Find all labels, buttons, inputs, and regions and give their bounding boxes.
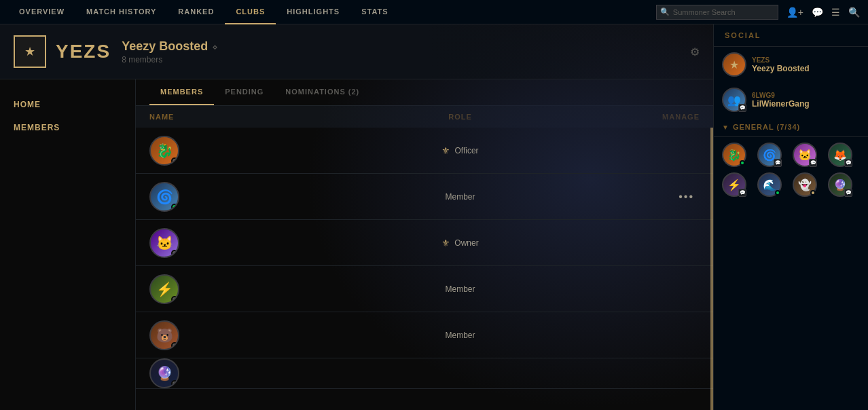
sidebar: HOME MEMBERS	[0, 79, 136, 410]
status-indicator	[171, 342, 178, 349]
left-panel: ★ YEZS Yeezy Boosted ⬦ 8 members ⚙ HOME …	[0, 24, 713, 410]
friend-item[interactable]: 👥 💬 6LWG9 LilWienerGang	[714, 82, 868, 117]
role-icon: ⚜	[441, 238, 450, 248]
table-row: 🐱 ⚜ Owner	[136, 220, 713, 266]
role-label: Member	[445, 331, 475, 340]
table-row: 🐉 ⚜ Officer	[136, 128, 713, 174]
nav-ranked[interactable]: RANKED	[167, 0, 225, 24]
member-avatar-wrap: 🌀	[149, 182, 357, 212]
member-avatar-wrap: ⚡	[149, 274, 357, 304]
nav-items: OVERVIEW MATCH HISTORY RANKED CLUBS HIGH…	[8, 0, 399, 24]
avatar-icon: 🐉	[156, 143, 173, 159]
friend-item[interactable]: ★ YEZS Yeezy Boosted	[714, 47, 868, 82]
channel-member-avatar[interactable]: 🦊 💬	[828, 143, 852, 167]
online-indicator	[740, 160, 745, 166]
col-manage: MANAGE	[564, 113, 700, 121]
manage-cell: •••	[564, 188, 700, 206]
sidebar-item-home[interactable]: HOME	[0, 93, 135, 116]
chat-indicator: 💬	[844, 189, 852, 197]
search-friends-icon[interactable]: 🔍	[848, 7, 860, 18]
member-role: Member	[357, 284, 564, 294]
chat-indicator: 💬	[738, 189, 746, 197]
role-label: Member	[445, 192, 475, 202]
friend-avatar: 👥 💬	[722, 88, 746, 112]
avatar-icon: ★	[729, 58, 739, 71]
status-indicator	[171, 296, 178, 303]
avatar-icon: ⚡	[156, 281, 173, 297]
nav-clubs[interactable]: CLUBS	[225, 0, 276, 24]
chat-indicator: 💬	[844, 159, 852, 167]
tab-members[interactable]: MEMBERS	[149, 79, 214, 105]
table-header: NAME ROLE MANAGE	[136, 106, 713, 128]
avatar-icon: 🐱	[156, 235, 173, 251]
friend-name: LilWienerGang	[752, 99, 810, 109]
members-count: 8 members	[122, 55, 217, 64]
member-avatar-wrap: 🔮	[149, 358, 357, 388]
channel-member-avatar[interactable]: 🔮 💬	[828, 172, 852, 197]
nav-highlights[interactable]: HIGHLIGHTS	[276, 0, 350, 24]
content-area: HOME MEMBERS MEMBERS PENDING NOMINATIONS…	[0, 79, 713, 410]
status-indicator	[171, 204, 178, 210]
role-label: Owner	[454, 238, 478, 248]
top-navigation: OVERVIEW MATCH HISTORY RANKED CLUBS HIGH…	[0, 0, 868, 24]
chat-icon[interactable]: 💬	[812, 7, 823, 18]
col-role: ROLE	[357, 113, 564, 121]
social-panel: SOCIAL ★ YEZS Yeezy Boosted 👥 💬 6LWG9 Li…	[713, 24, 868, 410]
channel-member-avatar[interactable]: 🌊	[757, 172, 782, 197]
social-action-icons: 👤+ 💬 ☰ 🔍	[786, 7, 860, 18]
main-layout: ★ YEZS Yeezy Boosted ⬦ 8 members ⚙ HOME …	[0, 24, 868, 410]
role-label: Officer	[454, 146, 478, 155]
nav-overview[interactable]: OVERVIEW	[8, 0, 75, 24]
general-channel[interactable]: ▼ GENERAL (7/34)	[714, 117, 868, 137]
member-role: ⚜ Officer	[357, 145, 564, 156]
club-tag: YEZS	[56, 41, 111, 62]
status-indicator	[171, 380, 178, 387]
members-panel: MEMBERS PENDING NOMINATIONS (2) NAME ROL…	[136, 79, 713, 410]
channel-member-avatar[interactable]: 🐉	[722, 143, 746, 167]
channel-member-avatar[interactable]: 🌀 💬	[757, 143, 782, 167]
member-options-button[interactable]: •••	[673, 188, 700, 206]
tabs-bar: MEMBERS PENDING NOMINATIONS (2)	[136, 79, 713, 106]
avatar-icon: 🐻	[156, 327, 173, 343]
expand-arrow-icon: ▼	[722, 124, 729, 131]
club-header: ★ YEZS Yeezy Boosted ⬦ 8 members ⚙	[0, 24, 713, 79]
member-avatar-wrap: 🐱	[149, 228, 357, 258]
edit-club-icon[interactable]: ⬦	[212, 41, 217, 52]
channel-member-avatar[interactable]: 🐱 💬	[793, 143, 817, 167]
table-row: 🔮	[136, 358, 713, 389]
club-emblem: ★	[14, 35, 46, 68]
search-input[interactable]	[656, 5, 778, 20]
avatar: 🐻	[149, 320, 179, 350]
table-row: ⚡ Member	[136, 266, 713, 312]
member-avatar-wrap: 🐉	[149, 136, 357, 166]
channel-member-avatar[interactable]: 👻	[793, 172, 817, 197]
settings-icon[interactable]: ⚙	[690, 45, 700, 58]
friend-name: Yeezy Boosted	[752, 64, 810, 73]
avatar: 🐉	[149, 136, 179, 166]
nav-match-history[interactable]: MATCH HISTORY	[75, 0, 167, 24]
friend-avatar: ★	[722, 52, 746, 77]
member-role: Member	[357, 192, 564, 202]
friend-info: YEZS Yeezy Boosted	[752, 56, 810, 73]
avatar: 🔮	[149, 358, 179, 388]
nav-stats[interactable]: STATS	[350, 0, 399, 24]
social-header: SOCIAL	[714, 24, 868, 47]
online-indicator	[775, 190, 780, 195]
chat-indicator: 💬	[774, 159, 782, 167]
member-role: Member	[357, 331, 564, 340]
role-label: Member	[445, 284, 475, 294]
status-indicator	[171, 250, 178, 257]
tab-pending[interactable]: PENDING	[214, 79, 274, 105]
channel-name: GENERAL (7/34)	[733, 123, 800, 131]
friend-club-tag: 6LWG9	[752, 92, 810, 99]
channel-member-avatar[interactable]: ⚡ 💬	[722, 172, 746, 197]
status-indicator	[171, 157, 178, 164]
channel-members: 🐉 🌀 💬 🐱 💬 🦊 💬 ⚡ 💬 🌊	[714, 137, 868, 202]
sidebar-item-members[interactable]: MEMBERS	[0, 116, 135, 139]
chat-badge: 💬	[738, 104, 746, 112]
add-friend-icon[interactable]: 👤+	[786, 7, 803, 18]
members-list: 🐉 ⚜ Officer	[136, 128, 713, 410]
menu-icon[interactable]: ☰	[831, 7, 840, 18]
tab-nominations[interactable]: NOMINATIONS (2)	[274, 79, 370, 105]
avatar-icon: 🔮	[156, 365, 173, 381]
